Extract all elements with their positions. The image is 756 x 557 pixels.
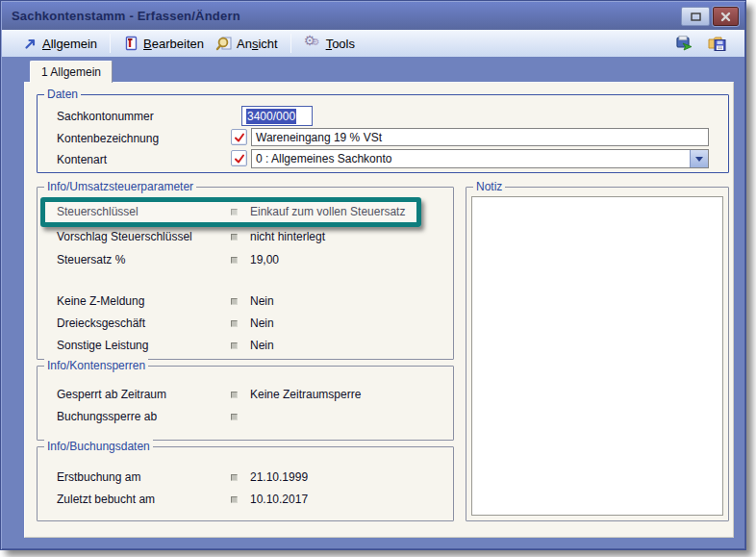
bullet-icon — [231, 257, 238, 264]
kontenbezeichnung-input[interactable]: Wareneingang 19 % VSt — [251, 128, 709, 146]
menu-label: Ansicht — [237, 37, 278, 51]
info-row-keine-z-meldung: Keine Z-Meldung Nein — [38, 294, 453, 310]
group-legend: Notiz — [473, 180, 505, 193]
title-bar[interactable]: Sachkontenstamm - Erfassen/Ändern — [2, 2, 744, 30]
menu-allgemein[interactable]: Allgemein — [17, 35, 103, 53]
field-label: Sonstige Leistung — [57, 339, 148, 352]
menu-label: Tools — [326, 37, 355, 51]
group-legend: Info/Umsatzsteuerparameter — [44, 180, 196, 193]
window-title: Sachkontenstamm - Erfassen/Ändern — [12, 9, 240, 23]
info-row-buchungssperre-ab: Buchungssperre ab — [38, 410, 453, 425]
field-label: Vorschlag Steuerschlüssel — [57, 230, 192, 243]
arrow-up-right-icon — [23, 37, 38, 51]
kontenbezeichnung-value: Wareneingang 19 % VSt — [256, 131, 382, 144]
toolbar-separator — [110, 34, 111, 53]
field-label: Steuersatz % — [57, 253, 125, 266]
bullet-icon — [231, 496, 238, 503]
field-label: Keine Z-Meldung — [57, 294, 144, 308]
group-legend: Info/Kontensperren — [44, 359, 148, 372]
field-label-kontenart: Kontenart — [57, 153, 107, 166]
kontenart-check-button[interactable] — [231, 150, 247, 166]
field-value: Nein — [250, 339, 274, 352]
field-label: Erstbuchung am — [57, 470, 140, 484]
close-icon — [720, 12, 731, 22]
field-label: Buchungssperre ab — [57, 410, 157, 423]
info-row-sonstige-leistung: Sonstige Leistung Nein — [38, 339, 453, 354]
info-row-vorschlag-steuerschluessel: Vorschlag Steuerschlüssel nicht hinterle… — [38, 230, 453, 245]
bullet-icon — [231, 392, 238, 398]
info-row-dreiecksgeschaeft: Dreiecksgeschäft Nein — [38, 316, 453, 332]
kontenart-dropdown[interactable]: 0 : Allgemeines Sachkonto — [251, 149, 709, 168]
save-icon[interactable] — [708, 35, 727, 52]
red-check-icon — [234, 132, 245, 143]
field-label: Gesperrt ab Zeitraum — [57, 388, 166, 401]
toolbar-separator — [290, 34, 291, 53]
info-row-steuersatz: Steuersatz % 19,00 — [38, 253, 453, 268]
field-label: Zuletzt bebucht am — [57, 493, 155, 506]
menu-tools[interactable]: ⚙⚙ Tools — [298, 34, 361, 53]
bullet-icon — [231, 342, 238, 349]
chevron-down-icon — [695, 157, 703, 162]
group-kontensperren: Info/Kontensperren Gesperrt ab Zeitraum … — [37, 366, 454, 441]
bullet-icon — [231, 414, 238, 420]
field-value: Einkauf zum vollen Steuersatz — [250, 205, 405, 218]
bullet-icon — [231, 320, 238, 327]
field-value: nicht hinterlegt — [250, 230, 325, 243]
dropdown-button[interactable] — [690, 150, 708, 167]
menu-label: Bearbeiten — [143, 37, 204, 51]
field-label-kontenbezeichnung: Kontenbezeichnung — [57, 132, 159, 145]
close-button[interactable] — [713, 7, 739, 26]
field-value: Nein — [250, 294, 274, 308]
field-value: Keine Zeitraumsperre — [250, 388, 361, 401]
edit-document-icon — [123, 36, 139, 51]
tab-allgemein[interactable]: 1 Allgemein — [30, 61, 113, 83]
app-window: Sachkontenstamm - Erfassen/Ändern Allgem… — [0, 0, 746, 550]
bullet-icon — [231, 234, 238, 241]
red-check-icon — [234, 153, 245, 165]
minimize-icon — [691, 13, 701, 21]
exit-icon[interactable] — [675, 35, 694, 52]
info-row-erstbuchung-am: Erstbuchung am 21.10.1999 — [38, 470, 453, 486]
tab-page: Daten Sachkontonummer 3400/000 Kontenbez… — [24, 82, 734, 538]
field-value: Nein — [250, 316, 274, 330]
kontenbezeichnung-check-button[interactable] — [231, 129, 247, 145]
info-row-zuletzt-bebucht-am: Zuletzt bebucht am 10.10.2017 — [38, 493, 453, 508]
field-value: 21.10.1999 — [250, 470, 308, 484]
sachkontonummer-value: 3400/000 — [246, 109, 296, 124]
info-row-steuerschluessel: Steuerschlüssel Einkauf zum vollen Steue… — [38, 205, 453, 220]
group-notiz: Notiz — [466, 187, 729, 521]
group-legend: Info/Buchungsdaten — [44, 440, 153, 453]
group-daten: Daten Sachkontonummer 3400/000 Kontenbez… — [37, 94, 729, 173]
kontenart-value: 0 : Allgemeines Sachkonto — [252, 152, 690, 165]
field-label: Steuerschlüssel — [57, 205, 139, 218]
group-buchungsdaten: Info/Buchungsdaten Erstbuchung am 21.10.… — [37, 446, 454, 521]
bullet-icon — [231, 474, 238, 481]
sachkontonummer-input[interactable]: 3400/000 — [241, 106, 313, 126]
tab-label: 1 Allgemein — [41, 65, 101, 79]
magnifier-icon — [215, 36, 232, 51]
group-legend: Daten — [44, 88, 81, 101]
menu-ansicht[interactable]: Ansicht — [210, 34, 284, 53]
field-value: 10.10.2017 — [250, 493, 308, 506]
info-row-gesperrt-ab-zeitraum: Gesperrt ab Zeitraum Keine Zeitraumsperr… — [38, 388, 453, 403]
field-label-sachkontonummer: Sachkontonummer — [57, 110, 154, 123]
menu-bearbeiten[interactable]: Bearbeiten — [117, 34, 210, 53]
toolbar: Allgemein Bearbeiten Ansicht ⚙⚙ Tools — [2, 30, 744, 57]
group-umsatzsteuerparameter: Info/Umsatzsteuerparameter Steuerschlüss… — [37, 187, 454, 360]
notiz-textarea[interactable] — [471, 196, 723, 516]
bullet-icon — [231, 298, 238, 305]
gears-icon: ⚙⚙ — [304, 36, 321, 51]
minimize-button[interactable] — [681, 7, 710, 26]
menu-label: Allgemein — [42, 37, 97, 51]
field-label: Dreiecksgeschäft — [57, 316, 145, 330]
bullet-icon — [231, 209, 238, 215]
field-value: 19,00 — [250, 253, 279, 266]
